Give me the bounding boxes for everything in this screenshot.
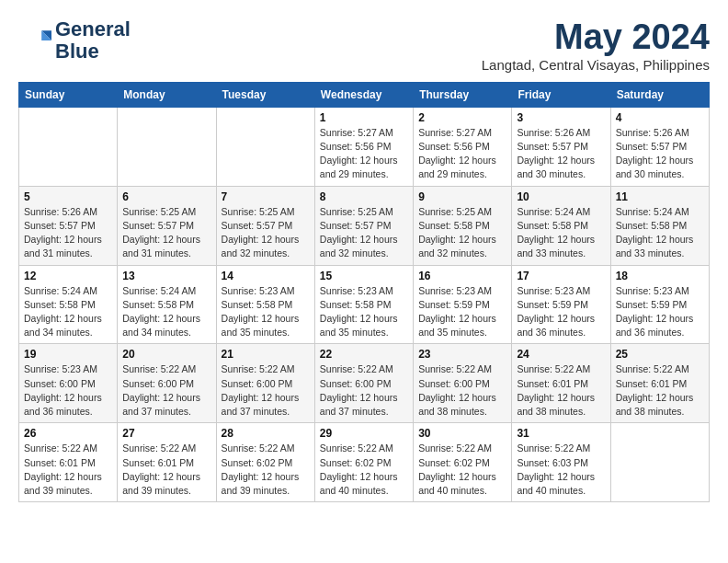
calendar-cell	[118, 107, 216, 186]
calendar-week-row: 12Sunrise: 5:24 AMSunset: 5:58 PMDayligh…	[19, 265, 710, 344]
day-info: Sunrise: 5:26 AMSunset: 5:57 PMDaylight:…	[24, 205, 112, 261]
month-title: May 2024	[482, 18, 710, 57]
page-header: General Blue May 2024 Langtad, Central V…	[18, 18, 710, 73]
day-number: 3	[517, 111, 605, 124]
calendar-week-row: 26Sunrise: 5:22 AMSunset: 6:01 PMDayligh…	[19, 423, 710, 502]
day-number: 1	[320, 111, 408, 124]
day-number: 8	[320, 190, 408, 203]
weekday-header: Saturday	[610, 82, 709, 107]
day-info: Sunrise: 5:25 AMSunset: 5:57 PMDaylight:…	[222, 205, 310, 261]
calendar-cell: 30Sunrise: 5:22 AMSunset: 6:02 PMDayligh…	[414, 423, 512, 502]
day-info: Sunrise: 5:24 AMSunset: 5:58 PMDaylight:…	[122, 284, 210, 340]
calendar-table: SundayMondayTuesdayWednesdayThursdayFrid…	[18, 82, 710, 502]
day-number: 13	[122, 270, 210, 282]
calendar-cell: 17Sunrise: 5:23 AMSunset: 5:59 PMDayligh…	[512, 265, 610, 344]
calendar-cell: 24Sunrise: 5:22 AMSunset: 6:01 PMDayligh…	[512, 344, 610, 423]
day-info: Sunrise: 5:25 AMSunset: 5:57 PMDaylight:…	[320, 205, 408, 261]
day-info: Sunrise: 5:22 AMSunset: 6:00 PMDaylight:…	[320, 362, 408, 419]
calendar-cell: 21Sunrise: 5:22 AMSunset: 6:00 PMDayligh…	[216, 344, 314, 423]
calendar-cell	[610, 423, 709, 502]
calendar-cell: 23Sunrise: 5:22 AMSunset: 6:00 PMDayligh…	[414, 344, 512, 423]
day-number: 21	[222, 348, 310, 361]
calendar-cell: 14Sunrise: 5:23 AMSunset: 5:58 PMDayligh…	[216, 265, 314, 344]
calendar-cell: 19Sunrise: 5:23 AMSunset: 6:00 PMDayligh…	[19, 344, 118, 423]
day-info: Sunrise: 5:22 AMSunset: 6:02 PMDaylight:…	[222, 442, 310, 498]
day-number: 11	[616, 190, 704, 203]
calendar-cell: 18Sunrise: 5:23 AMSunset: 5:59 PMDayligh…	[610, 265, 709, 344]
calendar-cell: 22Sunrise: 5:22 AMSunset: 6:00 PMDayligh…	[314, 344, 413, 423]
day-number: 7	[222, 190, 310, 203]
weekday-header: Tuesday	[216, 82, 314, 107]
calendar-cell: 4Sunrise: 5:26 AMSunset: 5:57 PMDaylight…	[610, 107, 709, 186]
calendar-cell: 9Sunrise: 5:25 AMSunset: 5:58 PMDaylight…	[414, 186, 512, 265]
day-number: 10	[517, 190, 605, 203]
calendar-cell: 13Sunrise: 5:24 AMSunset: 5:58 PMDayligh…	[118, 265, 216, 344]
day-info: Sunrise: 5:26 AMSunset: 5:57 PMDaylight:…	[517, 126, 605, 182]
day-info: Sunrise: 5:22 AMSunset: 6:00 PMDaylight:…	[222, 362, 310, 419]
calendar-cell: 1Sunrise: 5:27 AMSunset: 5:56 PMDaylight…	[314, 107, 413, 186]
logo-text: General Blue	[55, 18, 131, 63]
day-info: Sunrise: 5:24 AMSunset: 5:58 PMDaylight:…	[24, 284, 112, 340]
day-info: Sunrise: 5:22 AMSunset: 6:01 PMDaylight:…	[122, 442, 210, 498]
calendar-cell: 26Sunrise: 5:22 AMSunset: 6:01 PMDayligh…	[19, 423, 118, 502]
day-number: 2	[418, 111, 506, 124]
calendar-cell	[216, 107, 314, 186]
day-number: 31	[517, 427, 605, 440]
day-info: Sunrise: 5:23 AMSunset: 5:59 PMDaylight:…	[517, 284, 605, 340]
day-number: 6	[122, 190, 210, 203]
calendar-week-row: 19Sunrise: 5:23 AMSunset: 6:00 PMDayligh…	[19, 344, 710, 423]
day-info: Sunrise: 5:22 AMSunset: 6:02 PMDaylight:…	[418, 442, 506, 498]
weekday-header: Monday	[118, 82, 216, 107]
logo: General Blue	[18, 18, 131, 63]
calendar-cell: 5Sunrise: 5:26 AMSunset: 5:57 PMDaylight…	[19, 186, 118, 265]
weekday-header: Friday	[512, 82, 610, 107]
day-number: 26	[24, 427, 112, 440]
day-info: Sunrise: 5:22 AMSunset: 6:02 PMDaylight:…	[320, 442, 408, 498]
day-number: 16	[418, 270, 506, 282]
calendar-cell: 29Sunrise: 5:22 AMSunset: 6:02 PMDayligh…	[314, 423, 413, 502]
title-area: May 2024 Langtad, Central Visayas, Phili…	[482, 18, 710, 73]
day-info: Sunrise: 5:23 AMSunset: 5:59 PMDaylight:…	[418, 284, 506, 340]
day-info: Sunrise: 5:26 AMSunset: 5:57 PMDaylight:…	[616, 126, 704, 182]
day-info: Sunrise: 5:23 AMSunset: 6:00 PMDaylight:…	[24, 362, 112, 419]
day-info: Sunrise: 5:27 AMSunset: 5:56 PMDaylight:…	[418, 126, 506, 182]
calendar-cell: 28Sunrise: 5:22 AMSunset: 6:02 PMDayligh…	[216, 423, 314, 502]
day-number: 4	[616, 111, 704, 124]
day-number: 9	[418, 190, 506, 203]
day-number: 14	[222, 270, 310, 282]
day-number: 15	[320, 270, 408, 282]
day-info: Sunrise: 5:25 AMSunset: 5:58 PMDaylight:…	[418, 205, 506, 261]
day-info: Sunrise: 5:24 AMSunset: 5:58 PMDaylight:…	[517, 205, 605, 261]
calendar-cell: 31Sunrise: 5:22 AMSunset: 6:03 PMDayligh…	[512, 423, 610, 502]
day-info: Sunrise: 5:23 AMSunset: 5:58 PMDaylight:…	[320, 284, 408, 340]
weekday-header: Wednesday	[314, 82, 413, 107]
day-number: 29	[320, 427, 408, 440]
calendar-header-row: SundayMondayTuesdayWednesdayThursdayFrid…	[19, 82, 710, 107]
weekday-header: Sunday	[19, 82, 118, 107]
calendar-cell	[19, 107, 118, 186]
day-number: 12	[24, 270, 112, 282]
day-number: 30	[418, 427, 506, 440]
day-info: Sunrise: 5:22 AMSunset: 6:01 PMDaylight:…	[616, 362, 704, 419]
day-number: 23	[418, 348, 506, 361]
day-number: 18	[616, 270, 704, 282]
calendar-cell: 20Sunrise: 5:22 AMSunset: 6:00 PMDayligh…	[118, 344, 216, 423]
day-number: 22	[320, 348, 408, 361]
calendar-cell: 27Sunrise: 5:22 AMSunset: 6:01 PMDayligh…	[118, 423, 216, 502]
weekday-header: Thursday	[414, 82, 512, 107]
day-info: Sunrise: 5:22 AMSunset: 6:00 PMDaylight:…	[122, 362, 210, 419]
day-info: Sunrise: 5:22 AMSunset: 6:00 PMDaylight:…	[418, 362, 506, 419]
calendar-cell: 7Sunrise: 5:25 AMSunset: 5:57 PMDaylight…	[216, 186, 314, 265]
day-info: Sunrise: 5:22 AMSunset: 6:01 PMDaylight:…	[517, 362, 605, 419]
day-info: Sunrise: 5:23 AMSunset: 5:59 PMDaylight:…	[616, 284, 704, 340]
day-number: 17	[517, 270, 605, 282]
calendar-week-row: 1Sunrise: 5:27 AMSunset: 5:56 PMDaylight…	[19, 107, 710, 186]
day-number: 28	[222, 427, 310, 440]
day-number: 25	[616, 348, 704, 361]
day-info: Sunrise: 5:23 AMSunset: 5:58 PMDaylight:…	[222, 284, 310, 340]
calendar-cell: 10Sunrise: 5:24 AMSunset: 5:58 PMDayligh…	[512, 186, 610, 265]
day-info: Sunrise: 5:22 AMSunset: 6:01 PMDaylight:…	[24, 442, 112, 498]
calendar-cell: 6Sunrise: 5:25 AMSunset: 5:57 PMDaylight…	[118, 186, 216, 265]
calendar-cell: 2Sunrise: 5:27 AMSunset: 5:56 PMDaylight…	[414, 107, 512, 186]
day-info: Sunrise: 5:27 AMSunset: 5:56 PMDaylight:…	[320, 126, 408, 182]
